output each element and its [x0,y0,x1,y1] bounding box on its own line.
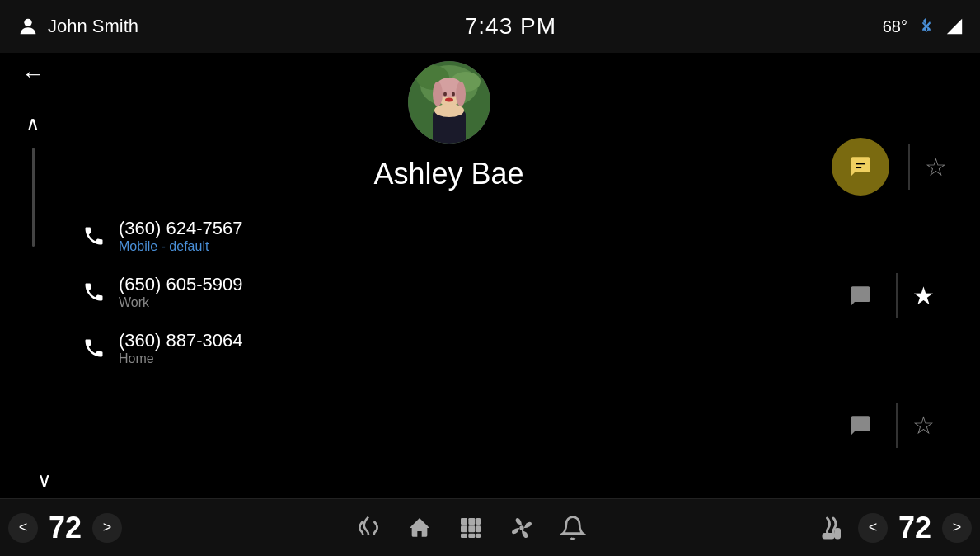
message-icon-2 [849,285,872,308]
svg-point-27 [519,525,523,530]
phone-entry-2[interactable]: (650) 605-5909 Work [66,264,832,320]
signal-icon [945,17,964,35]
temperature-display: 68° [883,17,907,36]
phone-number-3: (360) 887-3064 [119,330,815,351]
svg-rect-29 [835,528,842,540]
left-sidebar: ← ∧ [0,53,66,498]
contact-area: Ashley Bae (360) 624-7567 Mobile - defau… [66,53,832,498]
svg-marker-1 [947,19,962,34]
phone-number-1: (360) 624-7567 [119,218,815,239]
right-controls: < 72 > [818,511,972,545]
svg-point-9 [433,82,443,106]
svg-rect-24 [461,533,467,537]
action-row-1: ☆ [832,138,964,196]
svg-rect-19 [468,518,475,525]
fan-icon[interactable] [509,515,535,541]
scroll-down-button[interactable]: ∨ [37,469,52,492]
message-button-2[interactable] [832,267,889,325]
call-icon-2 [82,280,106,304]
right-temp-increase[interactable]: > [942,513,972,543]
svg-rect-28 [823,533,835,540]
person-icon [16,15,40,38]
phone-label-3: Home [119,351,815,366]
message-icon-1 [849,155,872,178]
divider-2 [896,273,898,318]
star-button-3[interactable]: ☆ [912,411,935,440]
svg-point-13 [445,98,453,102]
contact-avatar [408,61,490,144]
star-button-1[interactable]: ☆ [925,153,947,181]
call-icon-3 [82,337,106,360]
svg-point-0 [24,19,31,26]
phone-entries-list: (360) 624-7567 Mobile - default (650) 60… [66,208,832,376]
status-right: 68° [883,17,964,36]
action-row-3: ☆ [832,397,964,455]
divider-3 [896,403,898,448]
svg-rect-18 [461,518,467,525]
svg-rect-20 [476,518,480,525]
home-icon[interactable] [406,515,433,541]
apps-icon[interactable] [457,515,484,541]
phone-info-1: (360) 624-7567 Mobile - default [119,218,815,254]
scroll-up-button[interactable]: ∧ [26,112,40,135]
status-time: 7:43 PM [465,13,556,40]
right-temp-decrease[interactable]: < [858,513,888,543]
phone-info-2: (650) 605-5909 Work [119,274,815,310]
status-bar: John Smith 7:43 PM 68° [0,0,980,53]
scroll-track [32,148,35,247]
action-row-2: ★ [832,267,964,325]
message-button-1[interactable] [832,138,889,196]
bluetooth-icon [917,17,935,35]
phone-label-2: Work [119,295,815,310]
message-button-3[interactable] [832,397,889,455]
heat-icon-left[interactable] [355,515,382,541]
phone-number-2: (650) 605-5909 [119,274,815,295]
right-temp-value: 72 [894,511,935,545]
right-actions-panel: ☆ ★ ☆ [832,53,980,498]
svg-point-10 [456,82,466,106]
message-icon-3 [849,414,872,437]
svg-rect-23 [476,525,480,532]
right-temp-control: < 72 > [858,511,972,545]
left-temp-value: 72 [45,511,86,545]
svg-point-11 [443,92,447,97]
svg-rect-21 [461,525,467,532]
status-left: John Smith [16,15,138,38]
svg-point-15 [434,104,464,117]
left-temp-increase[interactable]: > [92,513,122,543]
notification-icon[interactable] [560,515,586,541]
user-name: John Smith [48,16,138,37]
main-content: ← ∧ [0,53,980,498]
svg-point-12 [452,92,455,97]
phone-entry-3[interactable]: (360) 887-3064 Home [66,320,832,376]
left-temp-control: < 72 > [8,511,122,545]
back-button[interactable]: ← [21,61,45,87]
call-icon-1 [82,224,106,247]
svg-rect-26 [476,533,480,537]
bottom-nav [355,515,586,541]
phone-label-1: Mobile - default [119,239,815,254]
svg-rect-22 [468,525,475,532]
svg-rect-25 [468,533,475,537]
heat-icon-right[interactable] [818,513,848,543]
left-temp-decrease[interactable]: < [8,513,38,543]
divider-1 [908,144,910,190]
phone-info-3: (360) 887-3064 Home [119,330,815,366]
phone-entry-1[interactable]: (360) 624-7567 Mobile - default [66,208,832,264]
bottom-bar: < 72 > [0,498,980,556]
contact-name: Ashley Bae [373,157,523,191]
avatar-image [408,61,490,144]
star-button-2[interactable]: ★ [912,281,935,310]
